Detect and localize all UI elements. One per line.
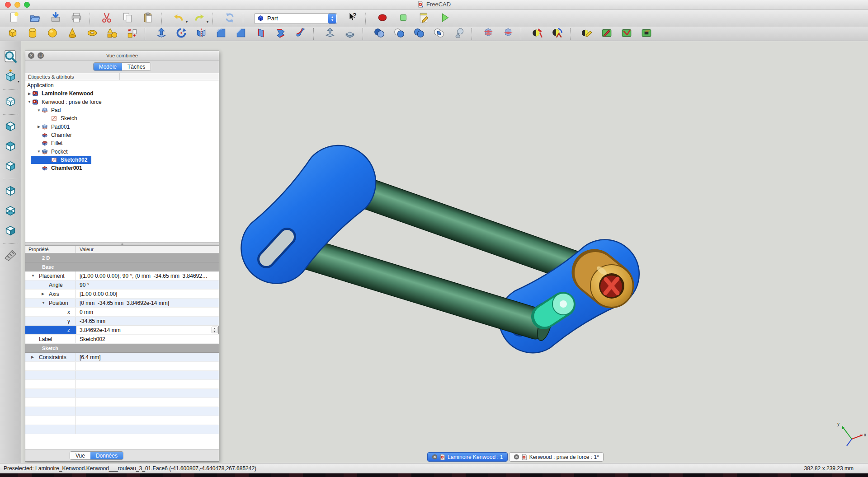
- hub-gold[interactable]: [590, 265, 633, 307]
- expander-closed-icon[interactable]: ▶: [27, 92, 32, 96]
- undo-button[interactable]: ▾: [168, 11, 189, 26]
- macro-play-button[interactable]: [434, 11, 455, 26]
- tab-mod-le[interactable]: Modèle: [94, 63, 122, 70]
- property-value[interactable]: -34.65 mm: [76, 317, 219, 325]
- sphere-button[interactable]: [42, 27, 62, 41]
- property-row-constraints[interactable]: ▶Constraints[6.4 mm]: [25, 353, 219, 362]
- fillet-button[interactable]: [211, 27, 231, 41]
- print-button[interactable]: [66, 11, 87, 26]
- view-right-button[interactable]: [1, 137, 19, 157]
- tree-item-sketch[interactable]: Sketch: [25, 114, 219, 122]
- view-axonometric-button[interactable]: ▾: [1, 67, 19, 87]
- offset-button[interactable]: [320, 27, 340, 41]
- extrude-button[interactable]: [151, 27, 171, 41]
- tree-item-chamfer001[interactable]: Chamfer001: [25, 164, 219, 172]
- expander-open-icon[interactable]: ▼: [42, 301, 45, 305]
- measure-refresh-button[interactable]: [577, 27, 597, 41]
- document-tab-laminoire-kenwood-1[interactable]: Laminoire Kenwood : 1: [427, 452, 508, 462]
- tab-donn-es[interactable]: Données: [90, 452, 123, 459]
- paste-button[interactable]: [138, 11, 159, 26]
- workbench-selector[interactable]: Part▲▼: [254, 13, 337, 24]
- tab-t-ches[interactable]: Tâches: [122, 63, 151, 70]
- view-bottom-button[interactable]: [1, 182, 19, 201]
- property-group-sketch[interactable]: Sketch: [25, 344, 219, 353]
- workbench-dropdown-icon[interactable]: ▲▼: [328, 14, 336, 23]
- view-rear-button[interactable]: [1, 157, 19, 177]
- tree-item-pocket[interactable]: ▼Pocket: [25, 147, 219, 155]
- panel-float-icon[interactable]: ❐: [38, 52, 44, 59]
- measure-toggle-3d-button[interactable]: [637, 27, 656, 41]
- macro-stop-button[interactable]: [393, 11, 414, 26]
- property-value[interactable]: [6.4 mm]: [76, 353, 219, 361]
- property-row-x[interactable]: x0 mm: [25, 308, 219, 317]
- view-left-button[interactable]: [1, 201, 19, 221]
- intersection-button[interactable]: [429, 27, 449, 41]
- panel-splitter[interactable]: [25, 243, 219, 246]
- property-value[interactable]: 90 °: [76, 281, 219, 289]
- property-group-base[interactable]: Base: [25, 262, 219, 271]
- refresh-button[interactable]: [219, 11, 240, 26]
- panel-title-bar[interactable]: ✕ ❐ Vue combinée: [25, 51, 219, 61]
- macro-record-button[interactable]: [372, 11, 393, 26]
- expander-open-icon[interactable]: ▼: [31, 274, 35, 278]
- measure-angular-button[interactable]: [547, 27, 567, 41]
- expander-closed-icon[interactable]: ▶: [42, 292, 44, 296]
- measure-distance-button[interactable]: [1, 246, 19, 266]
- open-document-button[interactable]: [24, 11, 45, 26]
- property-value[interactable]: [1.00 0.00 0.00]: [76, 290, 219, 298]
- view-front-button[interactable]: [1, 92, 19, 112]
- tree-item-kenwood-prise-de-force[interactable]: ▼Kenwood : prise de force: [25, 98, 219, 106]
- macro-edit-button[interactable]: [414, 11, 434, 26]
- view-top-button[interactable]: [1, 117, 19, 137]
- whats-this-button[interactable]: ?: [342, 11, 363, 26]
- cut-boolean-button[interactable]: [389, 27, 409, 41]
- measure-linear-button[interactable]: [528, 27, 547, 41]
- view-isometric-button[interactable]: [1, 221, 19, 241]
- tab-close-icon[interactable]: [514, 454, 519, 460]
- document-tab-kenwood-prise-de-force-1-[interactable]: Kenwood : prise de force : 1*: [509, 452, 604, 462]
- property-group-2-d[interactable]: 2 D: [25, 253, 219, 262]
- property-row-z[interactable]: z3.84692e-14 mm▲▼: [25, 326, 219, 335]
- tree-header[interactable]: Étiquettes & attributs: [25, 73, 219, 80]
- tree-item-application[interactable]: Application: [25, 81, 219, 89]
- tree-item-laminoire-kenwood[interactable]: ▶Laminoire Kenwood: [25, 89, 219, 98]
- revolve-button[interactable]: [171, 27, 191, 41]
- copy-button[interactable]: [117, 11, 138, 26]
- expander-open-icon[interactable]: ▼: [36, 150, 42, 154]
- torus-button[interactable]: [82, 27, 102, 41]
- mirror-button[interactable]: [191, 27, 211, 41]
- fit-all-button[interactable]: [1, 47, 19, 67]
- redo-button[interactable]: ▾: [189, 11, 210, 26]
- tree-item-sketch002[interactable]: Sketch002: [25, 156, 219, 164]
- property-row-y[interactable]: y-34.65 mm: [25, 317, 219, 326]
- cross-sections-button[interactable]: [478, 27, 498, 41]
- property-value[interactable]: [0 mm -34.65 mm 3.84692e-14 mm]: [76, 299, 219, 307]
- ruled-surface-button[interactable]: [251, 27, 271, 41]
- boolean-button[interactable]: [369, 27, 389, 41]
- property-row-axis[interactable]: ▶Axis[1.00 0.00 0.00]: [25, 290, 219, 299]
- shape-builder-button[interactable]: [122, 27, 142, 41]
- property-value[interactable]: [(1.00 0.00 0.00); 90 °; (0 mm -34.65 mm…: [76, 271, 219, 280]
- value-column-header[interactable]: Valeur: [76, 246, 219, 253]
- expander-open-icon[interactable]: ▼: [36, 108, 42, 112]
- property-value[interactable]: 3.84692e-14 mm▲▼: [76, 326, 219, 334]
- expander-closed-icon[interactable]: ▶: [31, 355, 34, 359]
- tree-item-pad001[interactable]: ▶Pad001: [25, 122, 219, 131]
- property-value[interactable]: 0 mm: [76, 308, 219, 316]
- property-row-label[interactable]: LabelSketch002: [25, 335, 219, 344]
- cut-button[interactable]: [96, 11, 117, 26]
- measure-toggle-all-button[interactable]: [617, 27, 637, 41]
- title-bar[interactable]: FreeCAD: [0, 0, 868, 10]
- tab-close-icon[interactable]: [432, 454, 438, 460]
- property-row-position[interactable]: ▼Position[0 mm -34.65 mm 3.84692e-14 mm]: [25, 299, 219, 308]
- tree-item-pad[interactable]: ▼Pad: [25, 106, 219, 114]
- dropdown-arrow-icon[interactable]: ▾: [186, 20, 188, 24]
- expander-closed-icon[interactable]: ▶: [36, 125, 42, 129]
- measure-clear-all-button[interactable]: [597, 27, 617, 41]
- new-document-button[interactable]: [4, 11, 24, 26]
- cross-section-button[interactable]: [498, 27, 518, 41]
- cone-button[interactable]: [62, 27, 82, 41]
- primitives-button[interactable]: [102, 27, 122, 41]
- loft-button[interactable]: [271, 27, 291, 41]
- panel-close-icon[interactable]: ✕: [28, 52, 34, 59]
